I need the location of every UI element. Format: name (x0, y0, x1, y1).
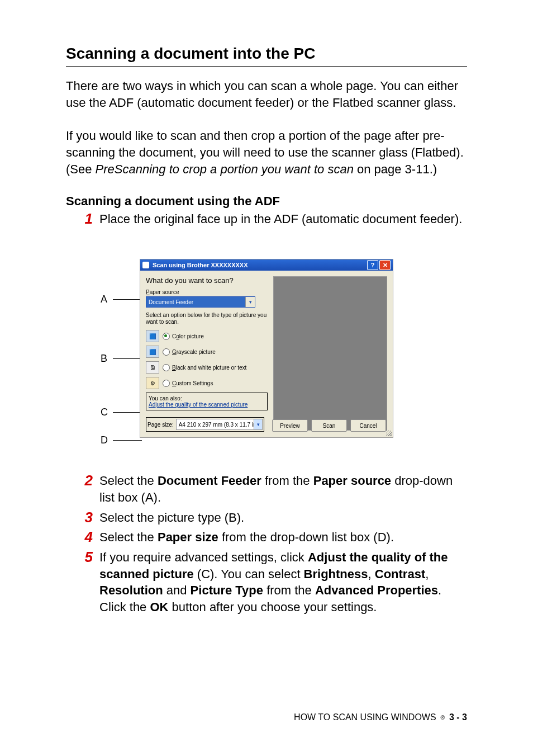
callout-A: A (101, 294, 142, 305)
p2-suffix: on page 3-11.) (354, 162, 437, 176)
cancel-button[interactable]: Cancel (350, 419, 386, 432)
titlebar: Scan using Brother XXXXXXXXX ? ✕ (140, 259, 393, 271)
p2-reference: PreScanning to crop a portion you want t… (96, 162, 354, 176)
option-custom-label: Custom Settings (172, 380, 213, 386)
resize-grip-icon[interactable] (386, 431, 392, 436)
you-can-also: You can also: (149, 395, 265, 401)
option-bw[interactable]: 🖺 Black and white picture or text (146, 361, 268, 374)
callout-C-label: C (101, 407, 110, 418)
page-size-value: A4 210 x 297 mm (8.3 x 11.7 inc (179, 422, 259, 428)
subheading: Scanning a document using the ADF (66, 194, 467, 209)
step-number: 1 (66, 211, 99, 227)
intro-paragraph-2: If you would like to scan and then crop … (66, 127, 467, 177)
option-color-label: Color picture (172, 333, 204, 339)
step-number: 4 (66, 529, 99, 545)
option-grayscale-label: Grayscale picture (172, 349, 216, 355)
radio-color[interactable] (163, 333, 170, 340)
chevron-down-icon: ▾ (254, 419, 262, 429)
chevron-down-icon: ▾ (245, 297, 255, 307)
paper-source-value: Document Feeder (149, 299, 193, 305)
dialog-heading: What do you want to scan? (146, 276, 268, 285)
dialog-title: Scan using Brother XXXXXXXXX (153, 262, 248, 268)
step-text: Select the Paper size from the drop-down… (99, 529, 467, 546)
callout-D: D (101, 434, 142, 446)
paper-source-label: PPaper sourceaper source (146, 289, 268, 295)
option-custom[interactable]: ⚙ Custom Settings (146, 377, 268, 389)
custom-thumb-icon: ⚙ (146, 377, 159, 389)
color-thumb-icon: 🟦 (146, 330, 159, 342)
step-5: 5 If you require advanced settings, clic… (66, 549, 467, 616)
scanner-icon (142, 262, 149, 268)
callout-C: C (101, 407, 142, 418)
step-number: 2 (66, 472, 99, 489)
bw-thumb-icon: 🖺 (146, 361, 159, 374)
step-number: 5 (66, 549, 99, 565)
gray-thumb-icon: 🟦 (146, 346, 159, 358)
option-color[interactable]: 🟦 Color picture (146, 330, 268, 342)
registered-icon: ® (441, 715, 445, 721)
scan-dialog: Scan using Brother XXXXXXXXX ? ✕ What do… (140, 259, 393, 438)
page-size-row: Page size: A4 210 x 297 mm (8.3 x 11.7 i… (146, 417, 264, 432)
radio-custom[interactable] (163, 380, 170, 387)
step-1: 1 Place the original face up in the ADF … (66, 211, 467, 228)
step-number: 3 (66, 509, 99, 526)
adjust-quality-link[interactable]: Adjust the quality of the scanned pictur… (149, 401, 265, 408)
preview-area (273, 276, 387, 431)
step-text: Place the original face up in the ADF (a… (99, 211, 467, 228)
radio-grayscale[interactable] (163, 348, 170, 356)
close-button[interactable]: ✕ (379, 260, 391, 270)
dialog-figure: A B C D Scan using Brother XXXXXXXXX ? ✕ (66, 248, 467, 449)
picture-type-hint: Select an option below for the type of p… (146, 312, 268, 325)
step-3: 3 Select the picture type (B). (66, 509, 467, 526)
intro-paragraph-1: There are two ways in which you can scan… (66, 78, 467, 111)
help-button[interactable]: ? (367, 260, 378, 270)
step-text: Select the Document Feeder from the Pape… (99, 472, 467, 505)
callout-B-label: B (101, 353, 110, 365)
page-size-label: Page size: (147, 422, 174, 428)
step-text: Select the picture type (B). (99, 509, 467, 526)
page-size-dropdown[interactable]: A4 210 x 297 mm (8.3 x 11.7 inc ▾ (176, 419, 263, 430)
callout-B: B (101, 353, 142, 365)
page-footer: HOW TO SCAN USING WINDOWS® 3 - 3 (294, 712, 467, 722)
paper-source-dropdown[interactable]: Document Feeder ▾ (146, 296, 255, 308)
page-number: 3 - 3 (449, 712, 467, 722)
callout-A-label: A (101, 294, 110, 305)
footer-text: HOW TO SCAN USING WINDOWS (294, 712, 436, 722)
scan-button[interactable]: Scan (311, 419, 347, 432)
step-text: If you require advanced settings, click … (99, 549, 467, 616)
preview-button[interactable]: Preview (272, 419, 308, 432)
option-bw-label: Black and white picture or text (172, 365, 246, 371)
step-4: 4 Select the Paper size from the drop-do… (66, 529, 467, 546)
option-grayscale[interactable]: 🟦 Grayscale picture (146, 346, 268, 358)
page-title: Scanning a document into the PC (66, 45, 467, 67)
step-2: 2 Select the Document Feeder from the Pa… (66, 472, 467, 505)
adjust-box: You can also: Adjust the quality of the … (146, 393, 268, 410)
radio-bw[interactable] (163, 364, 170, 371)
callout-D-label: D (101, 434, 110, 446)
